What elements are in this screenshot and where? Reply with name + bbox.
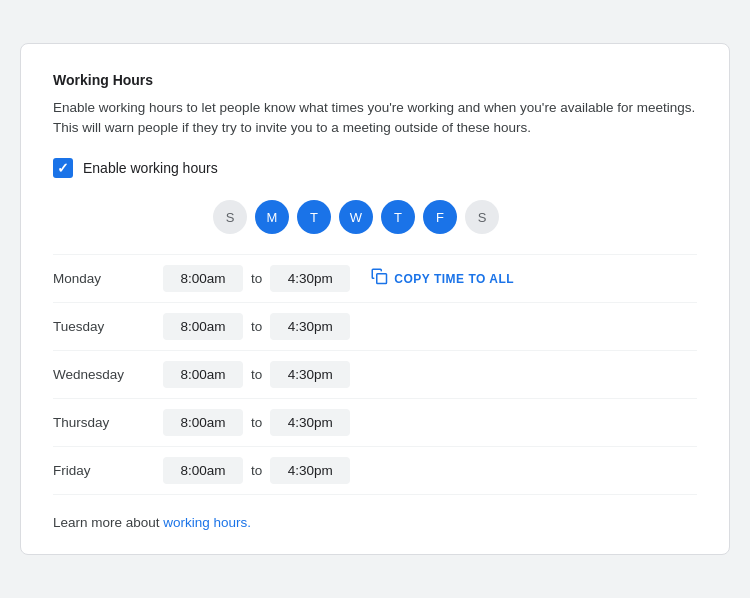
section-title: Working Hours [53, 72, 697, 88]
days-row: SMTWTFS [213, 200, 697, 234]
copy-time-button[interactable]: COPY TIME TO ALL [370, 267, 514, 290]
svg-rect-0 [377, 274, 387, 284]
time-separator: to [251, 415, 262, 430]
day-circle-monday[interactable]: M [255, 200, 289, 234]
copy-time-label: COPY TIME TO ALL [394, 272, 514, 286]
start-time-thursday[interactable]: 8:00am [163, 409, 243, 436]
working-hours-card: Working Hours Enable working hours to le… [20, 43, 730, 556]
time-inputs-wednesday: 8:00amto4:30pm [163, 361, 350, 388]
end-time-friday[interactable]: 4:30pm [270, 457, 350, 484]
time-inputs-friday: 8:00amto4:30pm [163, 457, 350, 484]
time-separator: to [251, 367, 262, 382]
start-time-monday[interactable]: 8:00am [163, 265, 243, 292]
table-row: Wednesday8:00amto4:30pm [53, 350, 697, 398]
day-circle-sunday[interactable]: S [213, 200, 247, 234]
day-circle-thursday[interactable]: T [381, 200, 415, 234]
enable-row: ✓ Enable working hours [53, 158, 697, 178]
time-separator: to [251, 319, 262, 334]
day-circle-saturday[interactable]: S [465, 200, 499, 234]
end-time-monday[interactable]: 4:30pm [270, 265, 350, 292]
end-time-tuesday[interactable]: 4:30pm [270, 313, 350, 340]
time-inputs-thursday: 8:00amto4:30pm [163, 409, 350, 436]
start-time-friday[interactable]: 8:00am [163, 457, 243, 484]
description-text: Enable working hours to let people know … [53, 98, 697, 139]
working-hours-link[interactable]: working hours. [163, 515, 251, 530]
enable-checkbox[interactable]: ✓ [53, 158, 73, 178]
footer-text: Learn more about [53, 515, 163, 530]
day-label-friday: Friday [53, 463, 163, 478]
time-separator: to [251, 271, 262, 286]
time-inputs-monday: 8:00amto4:30pm [163, 265, 350, 292]
table-row: Monday8:00amto4:30pmCOPY TIME TO ALL [53, 254, 697, 302]
time-inputs-tuesday: 8:00amto4:30pm [163, 313, 350, 340]
day-label-monday: Monday [53, 271, 163, 286]
checkmark-icon: ✓ [57, 161, 69, 175]
day-circle-tuesday[interactable]: T [297, 200, 331, 234]
end-time-wednesday[interactable]: 4:30pm [270, 361, 350, 388]
table-row: Thursday8:00amto4:30pm [53, 398, 697, 446]
day-label-wednesday: Wednesday [53, 367, 163, 382]
day-label-thursday: Thursday [53, 415, 163, 430]
time-separator: to [251, 463, 262, 478]
enable-label: Enable working hours [83, 160, 218, 176]
day-label-tuesday: Tuesday [53, 319, 163, 334]
table-row: Friday8:00amto4:30pm [53, 446, 697, 495]
time-rows: Monday8:00amto4:30pmCOPY TIME TO ALLTues… [53, 254, 697, 495]
start-time-wednesday[interactable]: 8:00am [163, 361, 243, 388]
end-time-thursday[interactable]: 4:30pm [270, 409, 350, 436]
table-row: Tuesday8:00amto4:30pm [53, 302, 697, 350]
copy-icon [370, 267, 388, 290]
footer: Learn more about working hours. [53, 515, 697, 530]
start-time-tuesday[interactable]: 8:00am [163, 313, 243, 340]
day-circle-friday[interactable]: F [423, 200, 457, 234]
day-circle-wednesday[interactable]: W [339, 200, 373, 234]
